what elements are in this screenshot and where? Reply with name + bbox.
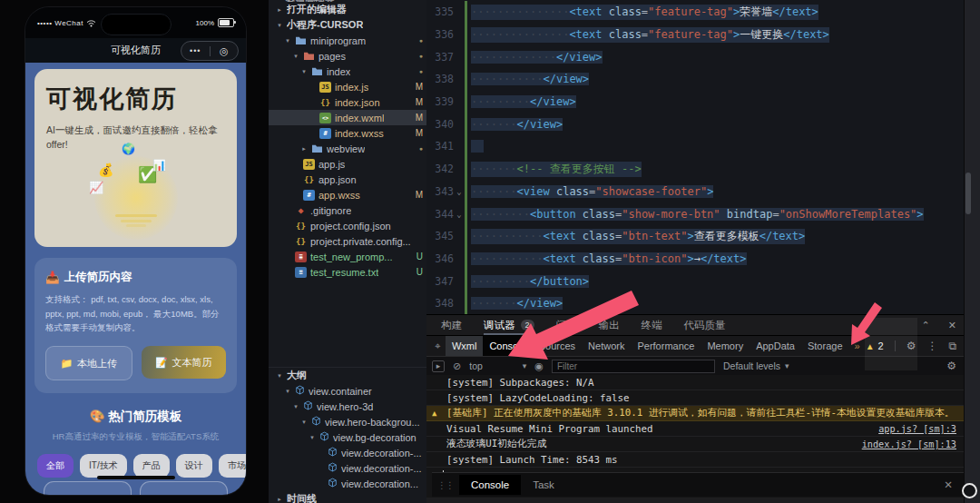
devtools-tab-storage[interactable]: Storage (801, 336, 849, 356)
outline-item-view-decoration[interactable]: view.decoration-... (269, 445, 426, 460)
log-levels-selector[interactable]: Default levels▾ (723, 360, 789, 371)
close-target-icon[interactable]: ◎ (211, 45, 239, 57)
outline-item-view-hero-3d[interactable]: ▾view.hero-3d (269, 399, 426, 414)
tree-file-gitignore[interactable]: ◆.gitignore (269, 202, 426, 218)
clear-console-icon[interactable]: ⊘ (453, 360, 461, 372)
code-line-338[interactable]: 338···········</view> (426, 68, 980, 91)
devtools-tab-appdata[interactable]: AppData (750, 336, 801, 356)
tree-folder-miniprogram[interactable]: ▾miniprogram● (269, 33, 426, 48)
tree-folder-pages[interactable]: ▾pages● (269, 48, 426, 64)
code-line-343[interactable]: 343⌄·······<view class="showcase-footer"… (426, 181, 980, 203)
tree-file-index-js[interactable]: JSindex.jsM (269, 79, 426, 94)
outline-header[interactable]: ▾大纲 (269, 368, 426, 383)
bottom-tab-console[interactable]: Console (459, 475, 521, 495)
code-editor[interactable]: 335···············<text class="feature-t… (426, 0, 980, 314)
log-source-link[interactable]: index.js? [sm]:13 (844, 439, 956, 449)
devtools-tab-network[interactable]: Network (582, 336, 631, 356)
log-source-link[interactable]: app.js? [sm]:3 (860, 424, 956, 434)
upload-button-label: 文本简历 (172, 356, 212, 370)
timeline-header[interactable]: ▸时间线 (269, 491, 426, 503)
code-line-336[interactable]: 336···············<text class="feature-t… (426, 24, 980, 46)
tree-folder-index[interactable]: ▾index● (269, 64, 426, 79)
outline-item-view-bg-decoration[interactable]: ▾view.bg-decoration (269, 429, 426, 445)
tree-file-index-wxml[interactable]: <>index.wxmlM (269, 110, 426, 125)
filter-input[interactable] (552, 360, 715, 373)
outline-item-view-hero-backgrou[interactable]: ▾view.hero-backgrou... (269, 414, 426, 429)
code-line-335[interactable]: 335···············<text class="feature-t… (426, 1, 980, 24)
template-tag-全部[interactable]: 全部 (37, 454, 74, 478)
git-gutter-indicator (465, 68, 467, 91)
panel-tab-构建[interactable]: 构建 (441, 315, 462, 335)
panel-tab-问题[interactable]: 问题 (556, 315, 577, 335)
code-line-347[interactable]: 347·········</button> (426, 270, 980, 292)
devtools-tab-sources[interactable]: Sources (533, 336, 582, 356)
capsule-menu[interactable]: ••• ◎ (181, 41, 239, 61)
code-line-344[interactable]: 344⌄·········<button class="show-more-bt… (426, 202, 980, 225)
close-panel-icon[interactable]: ✕ (948, 320, 956, 331)
template-tag-it-技术[interactable]: IT/技术 (80, 454, 127, 478)
json-file-icon: {} (295, 221, 307, 232)
floating-assistant-button[interactable] (962, 483, 977, 498)
tree-file-test-resume-txt[interactable]: ≡test_resume.txtU (269, 264, 426, 280)
tree-file-index-json[interactable]: {}index.jsonM (269, 94, 426, 110)
text-resume-button[interactable]: 📝文本简历 (142, 346, 227, 379)
tree-file-app-json[interactable]: {}app.json (269, 172, 426, 187)
close-console-icon[interactable]: ✕ (944, 478, 964, 491)
more-tabs-chevron[interactable]: » (849, 340, 866, 351)
context-selector[interactable]: top▾ (469, 360, 526, 371)
panel-tab-代码质量[interactable]: 代码质量 (684, 315, 726, 335)
tree-file-project-config-json[interactable]: {}project.config.json (269, 218, 426, 233)
template-tag-市场-营销[interactable]: 市场/营销 (219, 454, 246, 478)
dock-side-icon[interactable]: ⧉ (948, 340, 956, 352)
tree-item-label: app.json (318, 174, 357, 185)
template-tag-产品[interactable]: 产品 (133, 454, 170, 478)
drag-handle-icon[interactable]: ⋮⋮ (432, 480, 459, 490)
local-upload-button[interactable]: 📁本地上传 (45, 346, 132, 380)
devtools-tab-memory[interactable]: Memory (701, 336, 750, 356)
outline-item-view-decoration[interactable]: view.decoration... (269, 476, 426, 491)
tree-file-project-private-config[interactable]: {}project.private.config... (269, 233, 426, 249)
devtools-tab-performance[interactable]: Performance (631, 336, 701, 356)
eye-icon[interactable]: ◉ (534, 360, 544, 372)
code-line-340[interactable]: 340·······</view> (426, 113, 980, 135)
more-dots-icon[interactable]: ••• (181, 46, 210, 55)
panel-tab-终端[interactable]: 终端 (642, 315, 662, 335)
code-token: = (642, 5, 648, 18)
log-row-log: Visual Resume Mini Program launchedapp.j… (426, 421, 980, 437)
code-line-346[interactable]: 346···········<text class="btn-icon">→</… (426, 248, 980, 271)
tree-file-app-wxss[interactable]: #app.wxssM (269, 187, 426, 202)
devtools-tab-console[interactable]: Console (483, 336, 532, 356)
tree-folder-打开的编辑器[interactable]: ▸打开的编辑器 (269, 2, 426, 17)
code-line-341[interactable]: 341 (426, 135, 980, 158)
git-status-badge: M (416, 190, 423, 200)
fold-chevron-icon[interactable]: ⌄ (454, 187, 465, 196)
code-line-337[interactable]: 337·············</view> (426, 45, 980, 68)
panel-tab-调试器[interactable]: 调试器2 (484, 315, 534, 335)
more-options-icon[interactable]: ⋮ (926, 340, 937, 352)
code-text: ···········<text class="btn-text">查看更多模板… (471, 229, 805, 244)
code-token: </button> (530, 275, 589, 288)
tree-file-test-new-promp[interactable]: ≣test_new_promp...U (269, 249, 426, 264)
code-line-339[interactable]: 339·········</view> (426, 91, 980, 113)
fold-chevron-icon[interactable]: ⌄ (454, 210, 465, 219)
code-line-342[interactable]: 342·······<!-- 查看更多按钮 --> (426, 158, 980, 181)
code-line-345[interactable]: 345···········<text class="btn-text">查看更… (426, 225, 980, 248)
collapse-panel-icon[interactable]: ⌃ (922, 320, 930, 331)
console-drawer-icon[interactable]: ▸ (432, 360, 445, 372)
devtools-tab-wxml[interactable]: Wxml (446, 336, 484, 356)
code-token: <text (569, 5, 602, 18)
outline-item-view-decoration[interactable]: view.decoration-... (269, 460, 426, 476)
tree-folder-小程序-cursor[interactable]: ▾小程序-CURSOR (269, 17, 426, 33)
tree-file-app-js[interactable]: JSapp.js (269, 156, 426, 172)
inspect-element-icon[interactable]: ⌖ (430, 340, 446, 352)
tree-folder-webview[interactable]: ▸webview● (269, 141, 426, 156)
code-line-348[interactable]: 348·······</view> (426, 292, 980, 314)
code-text: ···············<text class="feature-tag"… (471, 27, 829, 43)
bottom-tab-task[interactable]: Task (521, 475, 566, 495)
editor-scrollbar[interactable] (965, 173, 971, 214)
template-tag-设计[interactable]: 设计 (176, 454, 212, 478)
code-token (576, 252, 583, 265)
tree-file-index-wxss[interactable]: #index.wxssM (269, 125, 426, 141)
panel-tab-输出[interactable]: 输出 (599, 315, 620, 335)
outline-item-view-container[interactable]: ▾view.container (269, 383, 426, 399)
